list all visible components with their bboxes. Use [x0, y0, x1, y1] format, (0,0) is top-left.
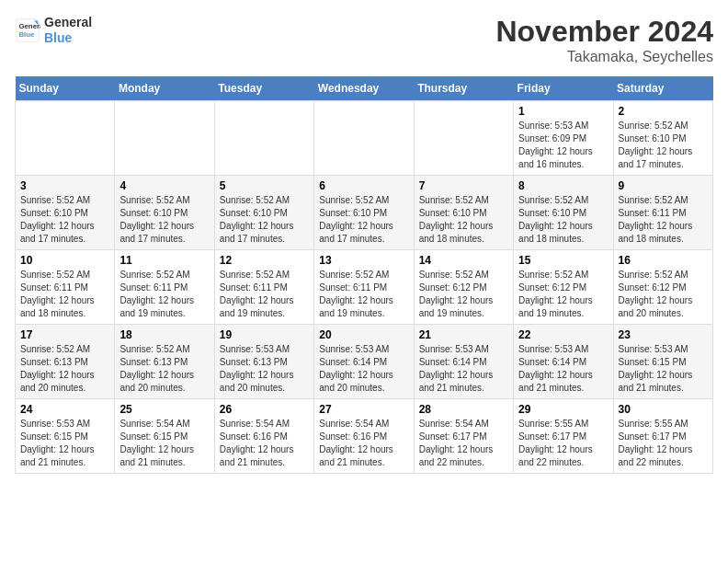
calendar-week-row: 1Sunrise: 5:53 AM Sunset: 6:09 PM Daylig…	[16, 101, 713, 176]
title-block: November 2024 Takamaka, Seychelles	[495, 15, 713, 65]
day-info: Sunrise: 5:54 AM Sunset: 6:16 PM Dayligh…	[319, 418, 408, 469]
day-info: Sunrise: 5:52 AM Sunset: 6:11 PM Dayligh…	[619, 194, 708, 246]
calendar-header-cell: Tuesday	[214, 76, 313, 101]
logo-icon: General Blue	[15, 17, 40, 43]
day-number: 3	[20, 179, 109, 192]
calendar-cell: 24Sunrise: 5:53 AM Sunset: 6:15 PM Dayli…	[16, 399, 115, 474]
day-info: Sunrise: 5:52 AM Sunset: 6:10 PM Dayligh…	[619, 120, 708, 171]
location: Takamaka, Seychelles	[495, 49, 713, 65]
calendar-cell: 9Sunrise: 5:52 AM Sunset: 6:11 PM Daylig…	[613, 176, 712, 250]
day-info: Sunrise: 5:52 AM Sunset: 6:11 PM Dayligh…	[119, 269, 209, 320]
calendar-header-cell: Sunday	[16, 76, 115, 101]
day-info: Sunrise: 5:53 AM Sunset: 6:09 PM Dayligh…	[518, 120, 608, 171]
day-number: 2	[619, 105, 708, 118]
calendar-cell: 17Sunrise: 5:52 AM Sunset: 6:13 PM Dayli…	[16, 325, 115, 399]
svg-text:Blue: Blue	[18, 30, 35, 39]
day-number: 29	[518, 403, 608, 416]
day-number: 24	[20, 403, 109, 416]
calendar-cell: 2Sunrise: 5:52 AM Sunset: 6:10 PM Daylig…	[613, 101, 712, 176]
day-number: 30	[619, 403, 708, 416]
calendar-cell: 3Sunrise: 5:52 AM Sunset: 6:10 PM Daylig…	[16, 176, 115, 250]
day-info: Sunrise: 5:52 AM Sunset: 6:12 PM Dayligh…	[619, 269, 708, 320]
calendar-cell: 5Sunrise: 5:52 AM Sunset: 6:10 PM Daylig…	[214, 176, 313, 250]
day-number: 16	[619, 254, 708, 267]
calendar-header-cell: Friday	[514, 76, 613, 101]
calendar-cell	[115, 101, 214, 176]
calendar-header-cell: Wednesday	[314, 76, 414, 101]
calendar-cell: 21Sunrise: 5:53 AM Sunset: 6:14 PM Dayli…	[414, 325, 513, 399]
day-info: Sunrise: 5:52 AM Sunset: 6:10 PM Dayligh…	[20, 194, 109, 246]
day-number: 13	[319, 254, 408, 267]
day-number: 20	[319, 328, 408, 341]
calendar-cell: 15Sunrise: 5:52 AM Sunset: 6:12 PM Dayli…	[514, 250, 613, 325]
day-number: 4	[119, 179, 209, 192]
calendar-cell: 10Sunrise: 5:52 AM Sunset: 6:11 PM Dayli…	[16, 250, 115, 325]
calendar-body: 1Sunrise: 5:53 AM Sunset: 6:09 PM Daylig…	[16, 101, 713, 474]
calendar-header-row: SundayMondayTuesdayWednesdayThursdayFrid…	[16, 76, 713, 101]
calendar-cell: 12Sunrise: 5:52 AM Sunset: 6:11 PM Dayli…	[214, 250, 313, 325]
calendar-cell: 8Sunrise: 5:52 AM Sunset: 6:10 PM Daylig…	[514, 176, 613, 250]
day-number: 6	[319, 179, 408, 192]
calendar-header-cell: Monday	[115, 76, 214, 101]
day-number: 23	[619, 328, 708, 341]
day-info: Sunrise: 5:53 AM Sunset: 6:13 PM Dayligh…	[220, 343, 309, 395]
day-info: Sunrise: 5:52 AM Sunset: 6:10 PM Dayligh…	[119, 194, 209, 246]
calendar-cell: 25Sunrise: 5:54 AM Sunset: 6:15 PM Dayli…	[115, 399, 214, 474]
day-info: Sunrise: 5:52 AM Sunset: 6:13 PM Dayligh…	[20, 343, 109, 395]
day-number: 11	[119, 254, 209, 267]
day-number: 27	[319, 403, 408, 416]
calendar-cell: 20Sunrise: 5:53 AM Sunset: 6:14 PM Dayli…	[314, 325, 414, 399]
day-number: 25	[119, 403, 209, 416]
day-info: Sunrise: 5:54 AM Sunset: 6:15 PM Dayligh…	[119, 418, 209, 469]
calendar-cell: 28Sunrise: 5:54 AM Sunset: 6:17 PM Dayli…	[414, 399, 513, 474]
day-number: 15	[518, 254, 608, 267]
day-info: Sunrise: 5:55 AM Sunset: 6:17 PM Dayligh…	[518, 418, 608, 469]
day-info: Sunrise: 5:54 AM Sunset: 6:17 PM Dayligh…	[419, 418, 508, 469]
calendar-week-row: 3Sunrise: 5:52 AM Sunset: 6:10 PM Daylig…	[16, 176, 713, 250]
calendar-cell: 27Sunrise: 5:54 AM Sunset: 6:16 PM Dayli…	[314, 399, 414, 474]
calendar-week-row: 24Sunrise: 5:53 AM Sunset: 6:15 PM Dayli…	[16, 399, 713, 474]
day-number: 28	[419, 403, 508, 416]
calendar-cell: 30Sunrise: 5:55 AM Sunset: 6:17 PM Dayli…	[613, 399, 712, 474]
day-info: Sunrise: 5:52 AM Sunset: 6:11 PM Dayligh…	[319, 269, 408, 320]
day-info: Sunrise: 5:52 AM Sunset: 6:10 PM Dayligh…	[319, 194, 408, 246]
month-title: November 2024	[495, 15, 713, 49]
day-info: Sunrise: 5:52 AM Sunset: 6:13 PM Dayligh…	[119, 343, 209, 395]
calendar-cell	[314, 101, 414, 176]
day-number: 19	[220, 328, 309, 341]
day-info: Sunrise: 5:53 AM Sunset: 6:14 PM Dayligh…	[319, 343, 408, 395]
day-info: Sunrise: 5:52 AM Sunset: 6:10 PM Dayligh…	[518, 194, 608, 246]
calendar-cell	[214, 101, 313, 176]
day-number: 22	[518, 328, 608, 341]
day-number: 26	[220, 403, 309, 416]
calendar-cell: 29Sunrise: 5:55 AM Sunset: 6:17 PM Dayli…	[514, 399, 613, 474]
day-number: 5	[220, 179, 309, 192]
calendar-cell: 18Sunrise: 5:52 AM Sunset: 6:13 PM Dayli…	[115, 325, 214, 399]
day-number: 8	[518, 179, 608, 192]
logo: General Blue General Blue	[15, 15, 92, 46]
calendar-cell: 16Sunrise: 5:52 AM Sunset: 6:12 PM Dayli…	[613, 250, 712, 325]
day-info: Sunrise: 5:52 AM Sunset: 6:10 PM Dayligh…	[220, 194, 309, 246]
day-info: Sunrise: 5:54 AM Sunset: 6:16 PM Dayligh…	[220, 418, 309, 469]
calendar-week-row: 17Sunrise: 5:52 AM Sunset: 6:13 PM Dayli…	[16, 325, 713, 399]
calendar-header-cell: Saturday	[613, 76, 712, 101]
day-info: Sunrise: 5:53 AM Sunset: 6:15 PM Dayligh…	[619, 343, 708, 395]
day-info: Sunrise: 5:52 AM Sunset: 6:12 PM Dayligh…	[518, 269, 608, 320]
day-info: Sunrise: 5:53 AM Sunset: 6:14 PM Dayligh…	[419, 343, 508, 395]
calendar-cell: 4Sunrise: 5:52 AM Sunset: 6:10 PM Daylig…	[115, 176, 214, 250]
calendar-week-row: 10Sunrise: 5:52 AM Sunset: 6:11 PM Dayli…	[16, 250, 713, 325]
calendar-cell: 19Sunrise: 5:53 AM Sunset: 6:13 PM Dayli…	[214, 325, 313, 399]
day-info: Sunrise: 5:52 AM Sunset: 6:10 PM Dayligh…	[419, 194, 508, 246]
day-number: 21	[419, 328, 508, 341]
day-info: Sunrise: 5:53 AM Sunset: 6:15 PM Dayligh…	[20, 418, 109, 469]
day-number: 7	[419, 179, 508, 192]
day-info: Sunrise: 5:55 AM Sunset: 6:17 PM Dayligh…	[619, 418, 708, 469]
calendar-cell: 11Sunrise: 5:52 AM Sunset: 6:11 PM Dayli…	[115, 250, 214, 325]
calendar-cell: 1Sunrise: 5:53 AM Sunset: 6:09 PM Daylig…	[514, 101, 613, 176]
day-number: 9	[619, 179, 708, 192]
day-number: 14	[419, 254, 508, 267]
day-number: 18	[119, 328, 209, 341]
calendar-cell: 14Sunrise: 5:52 AM Sunset: 6:12 PM Dayli…	[414, 250, 513, 325]
day-number: 12	[220, 254, 309, 267]
calendar-cell: 26Sunrise: 5:54 AM Sunset: 6:16 PM Dayli…	[214, 399, 313, 474]
